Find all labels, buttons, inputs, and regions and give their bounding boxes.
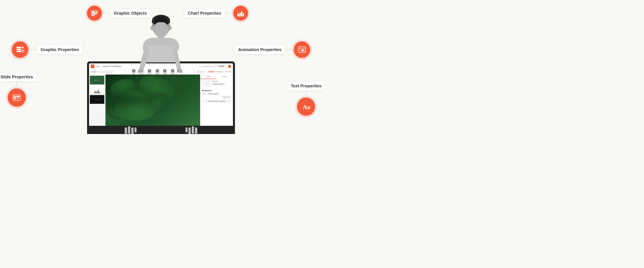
redo-icon[interactable]	[101, 70, 104, 73]
monitor-bottom	[87, 126, 235, 134]
hide-background-button[interactable]: Hide Background Graphics	[202, 100, 231, 103]
feature-text-properties: Text Properties Aa	[287, 81, 322, 118]
svg-rect-21	[14, 96, 16, 99]
review-tab[interactable]: REVIEW	[225, 71, 232, 73]
animate-tab[interactable]: ANIMATE	[216, 71, 224, 73]
background-title: Background	[202, 90, 231, 92]
slide-panel: 1 Welcome... 2	[89, 74, 106, 126]
connector-chart-properties	[225, 13, 232, 13]
layout-thumbnail	[202, 80, 210, 86]
text-properties-icon: Aa	[302, 102, 311, 111]
svg-rect-6	[241, 12, 242, 16]
slide-properties-icon	[12, 93, 21, 102]
user-avatar	[228, 65, 231, 68]
svg-rect-12	[16, 51, 21, 52]
main-container: Graphic Objects Chart Properties	[0, 0, 322, 134]
connector-animation-properties	[285, 50, 292, 50]
graphic-properties-label: Graphic Properties	[37, 45, 83, 54]
connector-slide-properties	[16, 82, 17, 86]
svg-rect-4	[238, 14, 239, 16]
chart-properties-ring	[232, 4, 250, 22]
chart-properties-icon	[236, 9, 245, 17]
svg-rect-7	[243, 13, 244, 16]
slide-properties-circle	[8, 88, 26, 106]
slide-properties-ring	[6, 86, 28, 108]
svg-rect-13	[22, 47, 24, 48]
animation-properties-ring	[292, 40, 312, 60]
slide-button[interactable]: + SLIDE	[90, 70, 97, 73]
toolbar-icons	[98, 70, 113, 73]
connector-graphic-objects	[104, 13, 110, 13]
format-bar: ⊕ ▶ PLAY ▾ FORMAT ANIMATE REVIEW	[193, 70, 232, 73]
layout-label: Title Only	[212, 80, 225, 82]
format-tab[interactable]: FORMAT	[208, 71, 215, 73]
graphic-properties-ring	[10, 40, 30, 60]
chart-properties-circle	[233, 6, 248, 20]
graphic-objects-circle	[87, 6, 102, 20]
animation-properties-label: Animation Properties	[234, 45, 285, 54]
undo-icon[interactable]	[98, 70, 101, 73]
app-logo: D	[91, 64, 94, 68]
share-button[interactable]: SHARE	[218, 65, 224, 67]
connector-graphic-properties	[30, 50, 37, 50]
text-properties-label: Text Properties	[287, 81, 322, 91]
graphic-objects-ring	[86, 4, 104, 22]
panel-tabs: Slide Themes	[200, 74, 233, 79]
fill-row: ▸ Fill Follow Layout ▾	[202, 92, 231, 95]
format-icon[interactable]	[104, 70, 107, 73]
svg-text:Aa: Aa	[303, 104, 310, 110]
animation-properties-icon	[298, 45, 306, 54]
follow-layout-dropdown[interactable]: Follow Layout ▾	[207, 92, 219, 95]
change-layout-button[interactable]: Change Layout ▾	[212, 83, 225, 86]
background-section: Background ▸ Fill Follow Layout ▾ App	[200, 88, 233, 104]
apply-to-all-button[interactable]: Apply To All	[222, 96, 231, 98]
copy-icon[interactable]	[108, 70, 110, 73]
share-label: Last modified on Jan 23	[201, 65, 217, 67]
svg-rect-5	[239, 13, 241, 16]
properties-panel: Slide Themes Title Only Change Layout	[200, 74, 233, 126]
slide-thumb-1[interactable]: 1 Welcome...	[90, 76, 104, 84]
feature-chart-properties: Chart Properties	[184, 4, 250, 22]
chart-properties-label: Chart Properties	[184, 8, 225, 18]
svg-rect-11	[16, 49, 21, 50]
svg-rect-23	[16, 98, 20, 98]
svg-rect-2	[91, 14, 95, 16]
animation-properties-circle	[294, 42, 310, 58]
person-svg	[133, 13, 189, 82]
feature-graphic-properties: Graphic Properties	[10, 40, 83, 60]
text-properties-ring: Aa	[295, 96, 317, 118]
layout-section: Title Only Change Layout ▾	[200, 79, 233, 88]
svg-point-31	[154, 22, 168, 38]
fill-label: Fill	[203, 93, 206, 94]
slide-tab[interactable]: Slide	[200, 74, 217, 79]
slide-thumb-2[interactable]: 2	[90, 85, 104, 94]
chart-in-slide-2	[94, 90, 100, 94]
left-hand	[125, 128, 136, 134]
svg-point-30	[168, 26, 172, 30]
svg-rect-22	[16, 96, 20, 97]
svg-rect-24	[16, 99, 18, 99]
person-figure	[133, 13, 189, 83]
text-properties-circle: Aa	[297, 98, 315, 116]
themes-tab[interactable]: Themes	[217, 74, 233, 79]
graphic-properties-icon	[16, 45, 25, 54]
svg-rect-10	[16, 47, 21, 48]
fill-expand-icon[interactable]: ▸	[202, 93, 202, 94]
graphic-properties-circle	[12, 42, 28, 58]
svg-point-29	[150, 26, 154, 30]
feature-slide-properties: Slide Properties	[0, 72, 37, 108]
graphic-objects-icon	[90, 9, 98, 17]
slide-properties-label: Slide Properties	[0, 72, 37, 82]
right-hand	[186, 128, 197, 134]
slide-thumb-3[interactable]: 3 Dark slide	[90, 95, 104, 104]
paste-icon[interactable]	[110, 70, 113, 73]
feature-animation-properties: Animation Properties	[234, 40, 312, 60]
file-menu[interactable]: FILE	[96, 65, 100, 67]
connector-text-properties	[306, 91, 306, 96]
play-button[interactable]: ▶ PLAY ▾	[196, 70, 206, 73]
